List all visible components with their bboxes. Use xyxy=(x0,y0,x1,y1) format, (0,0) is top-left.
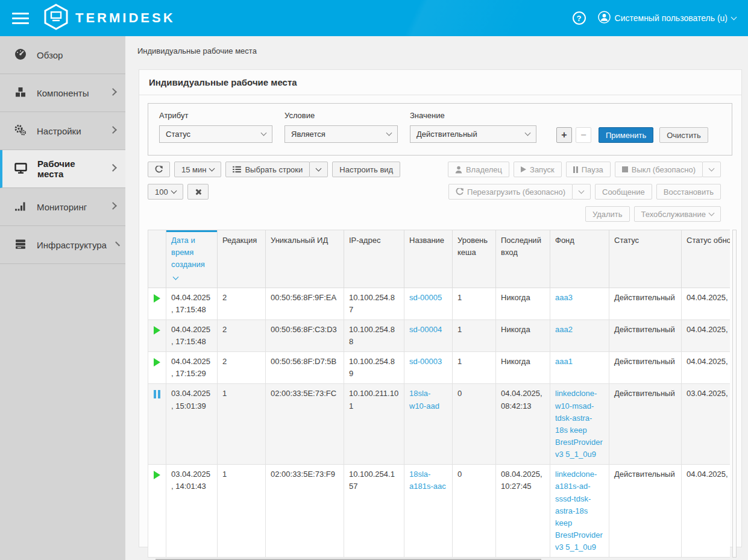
condition-value: Является xyxy=(291,130,325,139)
pool-link[interactable]: aaa3 xyxy=(555,293,573,302)
cell-revision: 1 xyxy=(218,465,266,558)
play-icon xyxy=(154,326,160,335)
cell-ip: 10.100.254.88 xyxy=(344,319,404,351)
cell-status-updated: 04.04.2025, 17:17:53 xyxy=(682,319,731,351)
sidebar-item-infrastructure[interactable]: Инфраструктура xyxy=(0,226,125,264)
x-icon xyxy=(195,189,201,195)
header-status[interactable]: Статус xyxy=(609,230,682,288)
header-created[interactable]: Дата и время создания xyxy=(166,230,218,288)
header-status-updated[interactable]: Статус обновлен xyxy=(682,230,731,288)
delete-button[interactable]: Удалить xyxy=(585,206,630,222)
owner-button[interactable]: Владелец xyxy=(448,162,509,177)
pool-link[interactable]: linkedclone-a181s-ad-sssd-tdsk-astra-18s… xyxy=(555,470,603,552)
table-header-row: Дата и время создания Редакция Уникальны… xyxy=(148,230,731,288)
pool-link[interactable]: aaa2 xyxy=(555,325,573,334)
stop-icon xyxy=(622,166,628,172)
sidebar-item-overview[interactable]: Обзор xyxy=(0,36,125,74)
row-state-icon xyxy=(154,358,160,367)
chevron-right-icon xyxy=(109,126,117,134)
header-name[interactable]: Название xyxy=(404,230,453,288)
start-button[interactable]: Запуск xyxy=(514,162,562,177)
user-menu[interactable]: Системный пользователь (u) xyxy=(598,11,736,25)
workplace-link[interactable]: sd-00003 xyxy=(409,357,442,366)
cell-cache-level: 0 xyxy=(453,465,496,558)
table-row[interactable]: 03.04.2025, 15:01:39 1 02:00:33:5E:73:FC… xyxy=(148,384,731,465)
cell-ip: 10.100.254.157 xyxy=(344,465,404,558)
sidebar-item-label: Рабочие места xyxy=(37,159,100,179)
page-size-select[interactable]: 100 xyxy=(148,184,183,200)
table-row[interactable]: 03.04.2025, 14:01:43 1 02:00:33:5E:73:F9… xyxy=(148,465,731,558)
chart-bars-icon xyxy=(14,200,27,214)
clear-button[interactable]: Очистить xyxy=(659,127,708,143)
sidebar-item-settings[interactable]: Настройки xyxy=(0,112,125,150)
message-button[interactable]: Сообщение xyxy=(595,184,652,200)
pool-link[interactable]: aaa1 xyxy=(555,357,573,366)
maintenance-button[interactable]: Техобслуживание xyxy=(634,206,721,222)
condition-select[interactable]: Является xyxy=(284,125,398,143)
refresh-button[interactable] xyxy=(148,162,170,177)
header-uid[interactable]: Уникальный ИД xyxy=(266,230,344,288)
power-off-safe-button[interactable]: Выкл (безопасно) xyxy=(615,162,703,177)
configure-view-button[interactable]: Настроить вид xyxy=(332,162,400,177)
workplace-link[interactable]: 18sla-w10-aad xyxy=(409,389,439,410)
select-rows-button[interactable]: Выбрать строки xyxy=(225,162,310,177)
add-filter-button[interactable]: + xyxy=(556,127,572,143)
header-revision[interactable]: Редакция xyxy=(218,230,266,288)
workplace-link[interactable]: sd-00005 xyxy=(409,293,442,302)
value-label: Значение xyxy=(410,111,536,120)
sidebar-item-label: Настройки xyxy=(37,126,81,136)
chevron-down-icon xyxy=(171,187,177,193)
vertical-scrollbar[interactable] xyxy=(732,230,737,558)
chevron-right-icon xyxy=(115,241,120,246)
table-row[interactable]: 04.04.2025, 17:15:48 2 00:50:56:8F:9F:EA… xyxy=(148,288,731,319)
value-select[interactable]: Действительный xyxy=(410,125,536,143)
maintenance-label: Техобслуживание xyxy=(641,210,706,219)
workplace-link[interactable]: sd-00004 xyxy=(409,325,442,334)
cell-uid: 02:00:33:5E:73:F9 xyxy=(266,465,344,558)
owner-label: Владелец xyxy=(466,165,502,174)
cell-name: sd-00004 xyxy=(404,319,453,351)
select-rows-dropdown[interactable] xyxy=(309,162,328,177)
clear-page-size-button[interactable] xyxy=(187,184,209,200)
header-pool[interactable]: Фонд xyxy=(550,230,609,288)
sidebar-item-components[interactable]: Компоненты xyxy=(0,74,125,112)
cell-ip: 10.100.254.87 xyxy=(344,288,404,319)
remove-filter-button[interactable]: − xyxy=(576,127,591,143)
cell-cache-level: 1 xyxy=(453,319,496,351)
refresh-icon xyxy=(456,188,464,196)
sidebar-item-workplaces[interactable]: Рабочие места xyxy=(0,150,125,188)
sidebar-item-monitoring[interactable]: Мониторинг xyxy=(0,188,125,226)
workplace-link[interactable]: 18sla-a181s-aac xyxy=(409,470,446,491)
filter-panel: Атрибут Статус Условие Является xyxy=(148,103,732,156)
reboot-dropdown[interactable] xyxy=(572,184,591,200)
restore-button[interactable]: Восстановить xyxy=(656,184,721,200)
sidebar: Обзор Компоненты Настройки xyxy=(0,36,125,560)
cell-name: 18sla-w10-aad xyxy=(404,384,453,465)
table-row[interactable]: 04.04.2025, 17:15:48 2 00:50:56:8F:C3:D3… xyxy=(148,319,731,351)
cell-uid: 00:50:56:8F:C3:D3 xyxy=(266,319,344,351)
server-stack-icon xyxy=(14,238,27,252)
termidesk-hexagon-icon xyxy=(43,4,69,33)
hamburger-menu-icon[interactable] xyxy=(12,13,29,24)
table-row[interactable]: 04.04.2025, 17:15:29 2 00:50:56:8F:D7:5B… xyxy=(148,352,731,384)
cell-cache-level: 1 xyxy=(453,352,496,384)
brand-logo[interactable]: TERMIDESK xyxy=(43,4,175,33)
cell-created: 04.04.2025, 17:15:29 xyxy=(166,352,218,384)
header-cache-level[interactable]: Уровень кеша xyxy=(453,230,496,288)
power-off-dropdown[interactable] xyxy=(702,162,721,177)
header-ip[interactable]: IP-адрес xyxy=(344,230,404,288)
apply-button[interactable]: Применить xyxy=(599,127,653,143)
pause-label: Пауза xyxy=(582,165,603,174)
help-icon[interactable]: ? xyxy=(573,11,586,25)
cell-pool: linkedclone-w10-msad-tdsk-astra-18s keep… xyxy=(550,384,609,465)
pool-link[interactable]: linkedclone-w10-msad-tdsk-astra-18s keep… xyxy=(555,389,603,459)
header-last-login[interactable]: Последний вход xyxy=(496,230,550,288)
table-body: 04.04.2025, 17:15:48 2 00:50:56:8F:9F:EA… xyxy=(148,288,731,558)
power-off-label: Выкл (безопасно) xyxy=(632,165,696,174)
cell-name: sd-00003 xyxy=(404,352,453,384)
reboot-safe-button[interactable]: Перезагрузить (безопасно) xyxy=(448,184,573,200)
chevron-down-icon xyxy=(731,14,737,20)
refresh-interval-select[interactable]: 15 мин xyxy=(174,162,221,177)
attribute-select[interactable]: Статус xyxy=(159,125,272,143)
pause-button[interactable]: Пауза xyxy=(566,162,611,177)
